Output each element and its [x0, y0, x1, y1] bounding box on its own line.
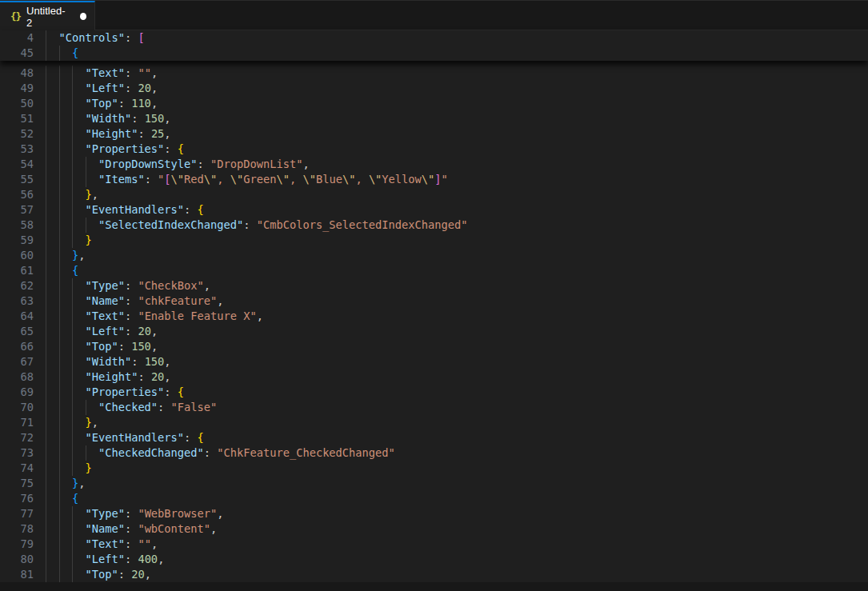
line-number[interactable]: 56 — [0, 187, 34, 202]
line-number[interactable]: 45 — [0, 46, 34, 61]
indent-guide — [46, 506, 46, 521]
indent-guide — [59, 309, 60, 324]
indent-guide — [86, 172, 86, 187]
code-line[interactable]: 77 "Type": "WebBrowser", — [0, 506, 868, 521]
line-number[interactable]: 50 — [0, 96, 34, 111]
code-line[interactable]: 70 "Checked": "False" — [0, 400, 868, 415]
indent-guide — [46, 430, 46, 445]
line-number[interactable]: 57 — [0, 202, 34, 218]
code-line[interactable]: 52 "Height": 25, — [0, 126, 868, 142]
indent-guide — [59, 324, 60, 339]
line-number[interactable]: 76 — [0, 491, 34, 506]
code-line[interactable]: 54 "DropDownStyle": "DropDownList", — [0, 157, 868, 172]
code-line[interactable]: 81 "Top": 20, — [0, 567, 868, 582]
indent-guide — [59, 278, 60, 294]
line-number[interactable]: 68 — [0, 369, 34, 385]
line-number[interactable]: 64 — [0, 309, 34, 324]
code-line[interactable]: 62 "Type": "CheckBox", — [0, 278, 868, 294]
line-number[interactable]: 61 — [0, 263, 34, 278]
line-number[interactable]: 51 — [0, 111, 34, 126]
line-number[interactable]: 72 — [0, 430, 34, 445]
code-line[interactable]: 51 "Width": 150, — [0, 111, 868, 126]
code-line[interactable]: 74 } — [0, 461, 868, 476]
code-line[interactable]: 49 "Left": 20, — [0, 81, 868, 96]
code-line[interactable]: 61 { — [0, 263, 868, 278]
indent-guide — [46, 218, 46, 233]
indent-guide — [72, 445, 73, 461]
code-area[interactable]: 48 "Text": "",49 "Left": 20,50 "Top": 11… — [0, 66, 868, 582]
line-number[interactable]: 75 — [0, 476, 34, 491]
indent-guide — [59, 354, 60, 369]
code-line[interactable]: 71 }, — [0, 415, 868, 430]
line-number[interactable]: 67 — [0, 354, 34, 369]
code-line[interactable]: 56 }, — [0, 187, 868, 202]
code-text: "Top": 150, — [46, 339, 158, 354]
line-number[interactable]: 60 — [0, 248, 34, 263]
code-line[interactable]: 50 "Top": 110, — [0, 96, 868, 111]
line-number[interactable]: 71 — [0, 415, 34, 430]
indent-guide — [59, 415, 60, 430]
indent-guide — [72, 111, 73, 126]
indent-guide — [72, 218, 73, 233]
line-number[interactable]: 54 — [0, 157, 34, 172]
indent-guide — [72, 202, 73, 218]
line-number[interactable]: 73 — [0, 445, 34, 461]
indent-guide — [72, 187, 73, 202]
code-text: "Text": "", — [46, 537, 158, 552]
line-number[interactable]: 59 — [0, 233, 34, 248]
line-number[interactable]: 58 — [0, 218, 34, 233]
code-line[interactable]: 59 } — [0, 233, 868, 248]
indent-guide — [59, 233, 60, 248]
code-line[interactable]: 64 "Text": "Enable Feature X", — [0, 309, 868, 324]
line-number[interactable]: 66 — [0, 339, 34, 354]
line-number[interactable]: 69 — [0, 385, 34, 400]
indent-guide — [46, 491, 46, 506]
code-line[interactable]: 53 "Properties": { — [0, 142, 868, 157]
code-line[interactable]: 69 "Properties": { — [0, 385, 868, 400]
line-number[interactable]: 77 — [0, 506, 34, 521]
code-line[interactable]: 79 "Text": "", — [0, 537, 868, 552]
code-line[interactable]: 75 }, — [0, 476, 868, 491]
code-line[interactable]: 60 }, — [0, 248, 868, 263]
code-line[interactable]: 48 "Text": "", — [0, 66, 868, 81]
code-line[interactable]: 78 "Name": "wbContent", — [0, 521, 868, 537]
line-number[interactable]: 74 — [0, 461, 34, 476]
line-number[interactable]: 49 — [0, 81, 34, 96]
code-line[interactable]: 45 { — [0, 46, 868, 61]
line-number[interactable]: 70 — [0, 400, 34, 415]
code-line[interactable]: 4 "Controls": [ — [0, 30, 868, 46]
indent-guide — [59, 187, 60, 202]
code-line[interactable]: 66 "Top": 150, — [0, 339, 868, 354]
line-number[interactable]: 65 — [0, 324, 34, 339]
line-number[interactable]: 62 — [0, 278, 34, 294]
line-number[interactable]: 80 — [0, 552, 34, 567]
code-text: "Top": 20, — [46, 567, 151, 582]
code-line[interactable]: 68 "Height": 20, — [0, 369, 868, 385]
line-number[interactable]: 53 — [0, 142, 34, 157]
code-line[interactable]: 72 "EventHandlers": { — [0, 430, 868, 445]
line-number[interactable]: 79 — [0, 537, 34, 552]
code-line[interactable]: 80 "Left": 400, — [0, 552, 868, 567]
line-number[interactable]: 55 — [0, 172, 34, 187]
indent-guide — [72, 461, 73, 476]
code-line[interactable]: 76 { — [0, 491, 868, 506]
tab-untitled-2[interactable]: {} Untitled-2 — [0, 1, 95, 30]
line-number[interactable]: 78 — [0, 521, 34, 537]
line-number[interactable]: 4 — [0, 30, 34, 46]
line-number[interactable]: 81 — [0, 567, 34, 582]
indent-guide — [46, 354, 46, 369]
editor-pane[interactable]: 4 "Controls": [45 { 48 "Text": "",49 "Le… — [0, 30, 868, 582]
code-text: }, — [46, 248, 85, 263]
code-line[interactable]: 67 "Width": 150, — [0, 354, 868, 369]
modified-indicator-icon[interactable] — [80, 13, 86, 20]
code-line[interactable]: 73 "CheckedChanged": "ChkFeature_Checked… — [0, 445, 868, 461]
tab-title: Untitled-2 — [26, 5, 68, 29]
line-number[interactable]: 52 — [0, 126, 34, 142]
code-line[interactable]: 63 "Name": "chkFeature", — [0, 294, 868, 309]
code-line[interactable]: 57 "EventHandlers": { — [0, 202, 868, 218]
code-line[interactable]: 58 "SelectedIndexChanged": "CmbColors_Se… — [0, 218, 868, 233]
code-line[interactable]: 65 "Left": 20, — [0, 324, 868, 339]
code-line[interactable]: 55 "Items": "[\"Red\", \"Green\", \"Blue… — [0, 172, 868, 187]
line-number[interactable]: 48 — [0, 66, 34, 81]
line-number[interactable]: 63 — [0, 294, 34, 309]
